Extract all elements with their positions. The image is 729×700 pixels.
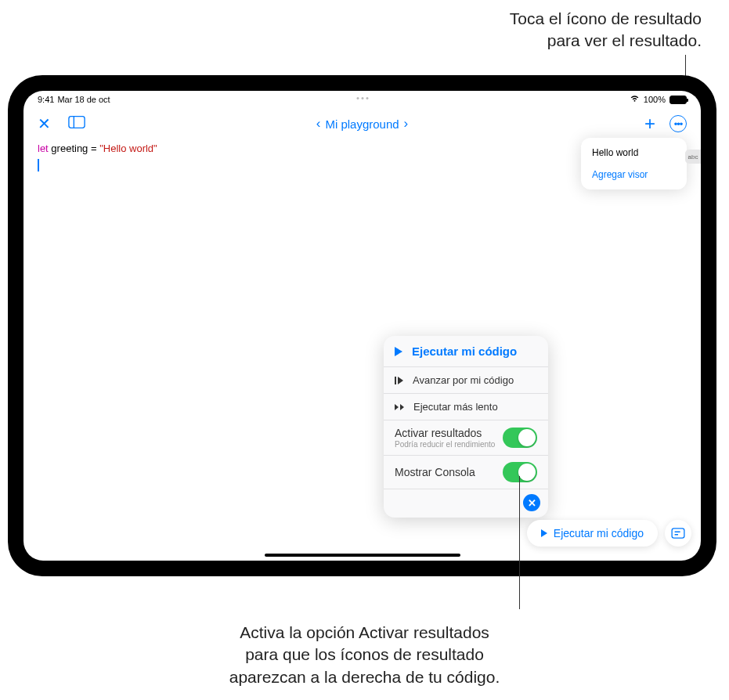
slow-play-icon bbox=[395, 404, 404, 410]
add-icon[interactable]: + bbox=[644, 113, 655, 135]
menu-close-row: ✕ bbox=[384, 489, 548, 518]
page-title: Mi playground bbox=[325, 117, 399, 131]
menu-toggle-results: Activar resultados Podría reducir el ren… bbox=[384, 420, 548, 456]
callout-leader-line-bottom bbox=[519, 476, 520, 609]
toggle-switch-results[interactable] bbox=[503, 428, 537, 448]
more-icon[interactable]: ••• bbox=[669, 115, 687, 132]
result-popover: Hello world Agregar visor bbox=[581, 138, 687, 189]
battery-icon bbox=[669, 96, 687, 104]
console-button[interactable] bbox=[665, 520, 691, 547]
callout-top: Toca el ícono de resultado para ver el r… bbox=[510, 8, 702, 52]
multitask-dots[interactable] bbox=[356, 97, 368, 99]
wifi-icon bbox=[630, 95, 640, 104]
chevron-left-icon: ‹ bbox=[316, 116, 321, 132]
toggle-switch-console[interactable] bbox=[503, 462, 537, 482]
add-viewer-link[interactable]: Agregar visor bbox=[592, 169, 676, 180]
chevron-right-icon: › bbox=[404, 116, 409, 132]
status-bar: 9:41 Mar 18 de oct 100% bbox=[23, 91, 701, 108]
menu-run-slow[interactable]: Ejecutar más lento bbox=[384, 394, 548, 420]
close-menu-icon[interactable]: ✕ bbox=[523, 494, 540, 511]
string-literal: "Hello world" bbox=[99, 143, 157, 154]
variable-name: greeting bbox=[51, 143, 88, 154]
menu-step-code[interactable]: Avanzar por mi código bbox=[384, 367, 548, 394]
status-time: 9:41 bbox=[38, 95, 54, 104]
run-menu-popover: Ejecutar mi código Avanzar por mi código… bbox=[384, 336, 548, 518]
home-indicator[interactable] bbox=[265, 554, 460, 557]
console-icon bbox=[671, 528, 685, 539]
breadcrumb[interactable]: ‹ Mi playground › bbox=[316, 116, 409, 132]
menu-toggle-console: Mostrar Consola bbox=[384, 456, 548, 489]
toggle-label-results: Activar resultados bbox=[395, 427, 495, 439]
status-date: Mar 18 de oct bbox=[57, 95, 110, 104]
callout-bottom: Activa la opción Activar resultados para… bbox=[161, 622, 568, 688]
menu-run-code[interactable]: Ejecutar mi código bbox=[384, 336, 548, 367]
step-forward-icon bbox=[395, 377, 403, 384]
play-icon bbox=[395, 347, 402, 356]
toggle-label-console: Mostrar Consola bbox=[395, 466, 475, 478]
svg-rect-2 bbox=[672, 529, 684, 538]
battery-percent: 100% bbox=[644, 95, 666, 104]
result-value: Hello world bbox=[592, 147, 676, 158]
run-code-button[interactable]: Ejecutar mi código bbox=[527, 520, 658, 547]
keyword: let bbox=[38, 143, 49, 154]
sidebar-toggle-icon[interactable] bbox=[68, 115, 85, 132]
ipad-screen: 9:41 Mar 18 de oct 100% ✕ ‹ Mi playgroun bbox=[23, 91, 701, 561]
result-type-tag[interactable]: abc bbox=[685, 150, 701, 164]
close-icon[interactable]: ✕ bbox=[38, 114, 51, 133]
toggle-sublabel-results: Podría reducir el rendimiento bbox=[395, 440, 495, 449]
svg-rect-0 bbox=[69, 117, 85, 128]
play-icon bbox=[541, 529, 547, 537]
ipad-device-frame: 9:41 Mar 18 de oct 100% ✕ ‹ Mi playgroun bbox=[8, 75, 716, 576]
text-cursor bbox=[38, 159, 39, 171]
app-toolbar: ✕ ‹ Mi playground › + ••• bbox=[23, 108, 701, 139]
